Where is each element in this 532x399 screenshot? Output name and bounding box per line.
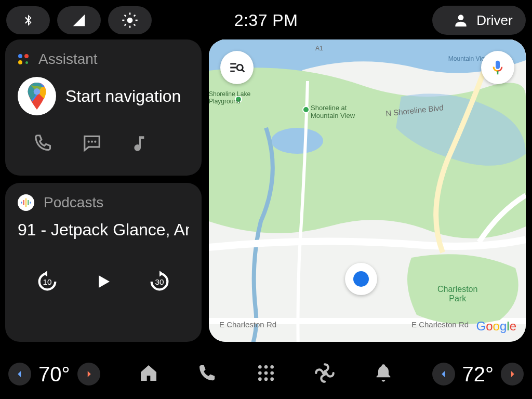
forward-icon: 30 [148,270,171,294]
svg-point-34 [264,377,268,381]
map-search-button[interactable] [220,51,254,84]
podcast-track-title: 91 - Jetpack Glance, An… [18,220,189,240]
driver-label: Driver [476,12,512,29]
climate-button[interactable] [314,363,335,385]
rewind-10-button[interactable]: 10 [35,270,59,294]
svg-point-10 [34,88,40,95]
svg-rect-25 [496,61,500,69]
apps-grid-icon [256,363,276,383]
map-label-shoreline-lake: Shoreline Lake Playground [209,90,250,105]
temp-right-up-button[interactable] [501,363,524,385]
svg-rect-14 [25,198,26,207]
svg-point-27 [258,365,262,369]
bell-icon [373,363,394,383]
phone-app-button[interactable] [197,363,218,385]
map-label-shoreline-mv: Shoreline at Mountain View [311,104,355,119]
current-location-puck [345,263,377,295]
person-icon [453,12,469,29]
map-label-e-charleston-l: E Charleston Rd [219,320,276,329]
svg-point-9 [458,15,464,20]
chevron-right-icon [508,369,517,379]
temp-right-down-button[interactable] [432,363,455,385]
message-icon [82,133,102,153]
home-icon [138,363,159,383]
status-bar: 2:37 PM Driver [0,0,532,41]
temp-left-up-button[interactable] [77,363,100,385]
podcasts-icon [18,194,34,211]
svg-point-12 [91,141,93,143]
svg-rect-17 [21,202,22,203]
map-canvas [209,39,526,342]
svg-rect-16 [28,200,29,205]
phone-button[interactable] [33,133,53,155]
temp-left-down-button[interactable] [8,363,31,385]
google-attribution: Google [476,319,516,334]
search-list-icon [228,59,246,76]
forward-30-button[interactable]: 30 [148,270,171,294]
phone-icon [197,363,218,383]
messages-button[interactable] [82,133,102,155]
start-navigation-button[interactable]: Start navigation [18,77,189,115]
phone-icon [33,133,53,153]
svg-point-31 [264,371,268,375]
map-label-a1: A1 [315,45,323,52]
rewind-icon: 10 [35,270,59,294]
svg-text:30: 30 [155,277,164,286]
mic-icon [489,59,506,76]
svg-point-23 [237,64,243,70]
podcasts-card: Podcasts 91 - Jetpack Glance, An… 10 30 [5,183,202,342]
play-button[interactable] [94,272,113,291]
home-button[interactable] [138,363,159,385]
map-label-charleston-park: Charleston Park [437,285,477,303]
start-navigation-label: Start navigation [65,87,181,106]
svg-point-29 [270,365,274,369]
apps-button[interactable] [256,363,276,385]
music-button[interactable] [131,133,151,155]
assistant-icon [18,54,29,65]
notifications-button[interactable] [373,363,394,385]
assistant-card: Assistant Start navigation [5,39,202,176]
map-label-e-charleston-r: E Charleston Rd [411,320,469,329]
chevron-right-icon [84,369,94,379]
svg-point-11 [88,141,90,143]
svg-point-22 [271,128,323,154]
temp-right-value: 72° [462,363,494,386]
assistant-header-label: Assistant [38,51,98,68]
temp-left-value: 70° [38,363,70,386]
svg-point-28 [264,365,268,369]
svg-point-13 [94,141,96,143]
music-icon [131,133,151,153]
assistant-card-header: Assistant [18,51,189,68]
play-icon [94,272,113,291]
map-panel[interactable]: Shoreline Lake Playground Shoreline at M… [209,39,526,342]
system-bar: 70° 72° [0,349,532,399]
maps-icon [18,77,56,115]
svg-point-33 [258,377,262,381]
podcasts-card-header: Podcasts [18,194,189,211]
poi-pin [302,106,310,113]
driver-button[interactable]: Driver [432,6,526,35]
chevron-left-icon [439,369,448,379]
svg-point-32 [270,371,274,375]
podcasts-header-label: Podcasts [44,194,103,211]
map-voice-button[interactable] [481,51,514,84]
svg-rect-15 [23,200,24,205]
fan-icon [314,363,335,383]
svg-point-30 [258,371,262,375]
chevron-left-icon [15,369,24,379]
svg-line-24 [242,70,244,72]
svg-point-35 [270,377,274,381]
svg-text:10: 10 [43,277,51,286]
svg-rect-18 [30,202,31,203]
